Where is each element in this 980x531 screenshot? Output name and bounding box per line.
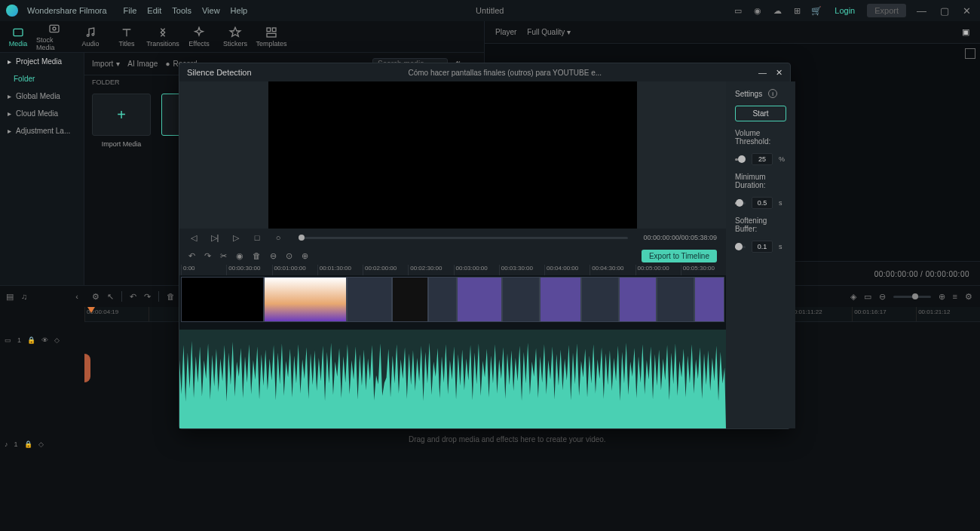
modal-ruler[interactable]: 0:0000:00:30:0000:01:00:0000:01:30:0000:… — [179, 265, 726, 275]
prev-frame-icon[interactable]: ◁ — [188, 232, 199, 243]
sidebar-item-global-media[interactable]: ▸ Global Media — [0, 87, 84, 105]
lock-audio-icon[interactable]: 🔒 — [24, 440, 32, 448]
player-label: Player — [495, 28, 516, 36]
export-to-timeline-button[interactable]: Export to Timeline — [642, 250, 717, 262]
close-modal-icon[interactable]: ✕ — [776, 68, 782, 78]
minimum-duration-slider[interactable] — [735, 202, 746, 204]
m-zoom-out-icon[interactable]: ⊖ — [270, 251, 277, 261]
play-back-icon[interactable]: ▷| — [210, 232, 220, 243]
mute-track-icon[interactable]: 👁 — [41, 336, 48, 344]
ai-image-button[interactable]: AI Image — [127, 60, 158, 68]
maximize-icon[interactable]: ▢ — [937, 5, 952, 17]
menu-view[interactable]: View — [202, 6, 220, 15]
svg-point-2 — [53, 27, 56, 30]
mute-audio-icon[interactable]: ◇ — [38, 440, 44, 448]
modal-thumbnails[interactable] — [179, 275, 726, 330]
main-tabs: Media Stock Media Audio Titles Transitio… — [0, 21, 484, 53]
zoom-out-icon[interactable]: ⊖ — [879, 292, 886, 302]
document-title: Untitled — [256, 6, 723, 15]
group-icon[interactable]: ▭ — [864, 292, 871, 302]
sidebar-item-cloud-media[interactable]: ▸ Cloud Media — [0, 105, 84, 122]
mixer-icon[interactable]: ♫ — [21, 292, 27, 301]
svg-rect-5 — [267, 28, 271, 32]
info-icon[interactable]: i — [768, 89, 777, 98]
layers-icon[interactable]: ▤ — [6, 292, 14, 302]
tab-transitions[interactable]: Transitions — [145, 21, 181, 52]
pointer-icon[interactable]: ↖ — [107, 292, 114, 302]
frame-icon[interactable] — [965, 48, 975, 59]
login-button[interactable]: Login — [830, 5, 859, 17]
hide-track-icon[interactable]: ◇ — [54, 336, 60, 344]
export-button[interactable]: Export — [867, 4, 906, 17]
m-delete-icon[interactable]: 🗑 — [253, 251, 261, 260]
list-icon[interactable]: ≡ — [953, 292, 957, 301]
m-cut-icon[interactable]: ✂ — [220, 251, 227, 261]
m-undo-icon[interactable]: ↶ — [188, 251, 195, 261]
modal-preview — [179, 81, 726, 229]
import-dropdown[interactable]: Import ▾ — [92, 60, 120, 68]
sliders-icon[interactable]: ⚙ — [92, 292, 100, 302]
tab-titles[interactable]: Titles — [109, 21, 145, 52]
softening-buffer-value[interactable]: 0.1 — [752, 241, 773, 253]
redo-icon[interactable]: ↷ — [144, 292, 151, 302]
settings-icon[interactable]: ⚙ — [965, 292, 972, 302]
record-icon[interactable]: ◉ — [752, 5, 764, 17]
svg-rect-6 — [272, 28, 276, 32]
softening-buffer-slider[interactable] — [735, 246, 746, 248]
m-zoom-in-icon[interactable]: ⊕ — [302, 251, 308, 261]
import-media-tile[interactable]: + Import Media — [92, 94, 151, 148]
softening-buffer-label: Softening Buffer: — [735, 216, 786, 233]
modal-toolbar: ↶ ↷ ✂ ◉ 🗑 ⊖ ⊙ ⊕ Export to Timeline — [179, 247, 726, 265]
apps-icon[interactable]: ⊞ — [791, 5, 803, 17]
play-icon[interactable]: ▷ — [231, 232, 241, 243]
preview-time: 00:00:00:00/00:05:38:09 — [643, 234, 717, 241]
playhead-icon[interactable] — [87, 307, 95, 313]
tab-effects[interactable]: Effects — [181, 21, 217, 52]
silence-detection-modal: Silence Detection Cómo hacer pantallas f… — [179, 63, 791, 429]
svg-rect-7 — [267, 33, 276, 37]
undo-icon[interactable]: ↶ — [130, 292, 136, 302]
cloud-icon[interactable]: ☁ — [771, 5, 783, 17]
preview-scrubber[interactable] — [299, 237, 628, 239]
sidebar-item-adjustment[interactable]: ▸ Adjustment La... — [0, 122, 84, 140]
cart-icon[interactable]: 🛒 — [810, 5, 822, 17]
menu-help[interactable]: Help — [231, 6, 248, 15]
media-sidebar: ▸ Project Media Folder ▸ Global Media ▸ … — [0, 53, 84, 285]
m-zoom-reset-icon[interactable]: ⊙ — [286, 251, 292, 261]
desktop-icon[interactable]: ▭ — [732, 5, 744, 17]
menu-tools[interactable]: Tools — [172, 6, 191, 15]
tab-templates[interactable]: Templates — [253, 21, 289, 52]
tab-stock-media[interactable]: Stock Media — [36, 21, 72, 52]
minimize-modal-icon[interactable]: — — [758, 68, 767, 78]
start-button[interactable]: Start — [735, 106, 786, 121]
plus-icon: + — [117, 106, 126, 124]
sidebar-item-folder[interactable]: Folder — [0, 70, 84, 87]
menu-edit[interactable]: Edit — [147, 6, 161, 15]
clip-stub[interactable] — [84, 354, 90, 382]
delete-icon[interactable]: 🗑 — [167, 292, 175, 301]
tab-audio[interactable]: Audio — [72, 21, 109, 52]
lock-track-icon[interactable]: 🔒 — [27, 336, 35, 344]
zoom-in-icon[interactable]: ⊕ — [939, 292, 945, 302]
volume-threshold-slider[interactable] — [735, 158, 746, 161]
quality-dropdown[interactable]: Full Quality ▾ — [527, 28, 571, 36]
stop-icon[interactable]: □ — [252, 232, 262, 243]
menu-file[interactable]: File — [124, 6, 137, 15]
snapshot-icon[interactable]: ▣ — [962, 27, 969, 37]
m-eye-icon[interactable]: ◉ — [236, 251, 243, 261]
svg-rect-1 — [50, 25, 59, 32]
volume-threshold-value[interactable]: 25 — [752, 153, 773, 165]
zoom-slider[interactable] — [893, 296, 931, 298]
record-dot-icon[interactable]: ○ — [273, 232, 283, 243]
tab-media[interactable]: Media — [0, 21, 36, 52]
waveform[interactable]: waveform bars — [179, 330, 726, 428]
minimum-duration-value[interactable]: 0.5 — [752, 197, 773, 209]
svg-point-4 — [92, 33, 94, 35]
tab-stickers[interactable]: Stickers — [217, 21, 253, 52]
collapse-icon[interactable]: ‹ — [75, 292, 78, 301]
minimize-icon[interactable]: — — [914, 5, 929, 17]
sidebar-item-project-media[interactable]: ▸ Project Media — [0, 53, 84, 70]
m-redo-icon[interactable]: ↷ — [204, 251, 211, 261]
marker-icon[interactable]: ◈ — [850, 292, 856, 302]
close-window-icon[interactable]: ✕ — [960, 5, 974, 17]
